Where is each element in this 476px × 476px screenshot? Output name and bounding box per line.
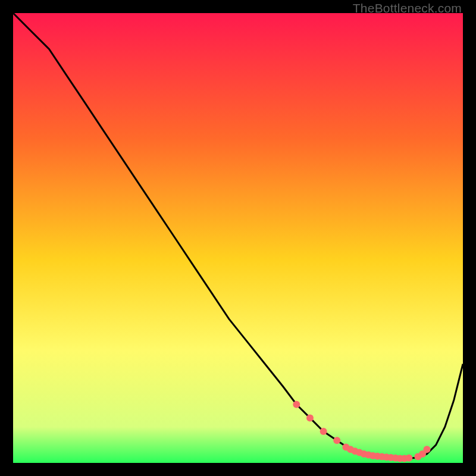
marker-point [293,401,300,408]
marker-point [333,437,340,444]
chart-frame [13,13,463,463]
marker-point [306,414,314,421]
marker-point [405,455,412,462]
gradient-background [13,13,463,463]
watermark-text: TheBottleneck.com [353,1,462,15]
marker-point [320,428,327,435]
marker-point [424,446,431,453]
bottleneck-chart [13,13,463,463]
